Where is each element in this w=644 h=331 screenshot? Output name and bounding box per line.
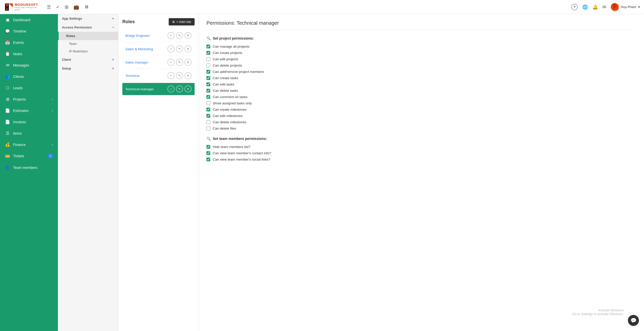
perm-hide-team-list[interactable]: Hide team members list? xyxy=(206,144,636,150)
sidebar-item-projects[interactable]: ⊞ Projects › xyxy=(0,94,58,105)
sidebar-item-notes[interactable]: 📋 Notes xyxy=(0,48,58,59)
checkbox-create-projects[interactable] xyxy=(206,51,210,55)
access-permission-header[interactable]: Access Permission − xyxy=(58,23,118,32)
role-check-btn-sales-marketing[interactable]: ✓ xyxy=(167,45,174,52)
checkbox-delete-tasks[interactable] xyxy=(206,89,210,93)
sidebar-item-dashboard[interactable]: ▣ Dashboard xyxy=(0,14,58,25)
nav-check-icon[interactable]: ✓ xyxy=(56,4,60,10)
checkbox-add-remove-members[interactable] xyxy=(206,70,210,74)
sec-label-roles: Roles xyxy=(66,34,75,38)
sidebar-label-events: Events xyxy=(13,41,53,45)
mail-icon[interactable]: ✉ xyxy=(602,4,606,10)
sidebar-item-clients[interactable]: 👥 Clients xyxy=(0,71,58,82)
role-edit-btn-sales-manager[interactable]: ✎ xyxy=(176,59,183,66)
sidebar-item-estimates[interactable]: 📄 Estimates › xyxy=(0,105,58,116)
role-edit-btn-sales-marketing[interactable]: ✎ xyxy=(176,45,183,52)
perm-label-add-remove-members: Can add/remove project members xyxy=(213,70,264,74)
role-delete-btn-technical[interactable]: ✕ xyxy=(185,72,192,79)
nav-list-icon[interactable]: ☰ xyxy=(47,4,51,10)
checkbox-view-contact-info[interactable] xyxy=(206,151,210,155)
role-delete-btn-sales-manager[interactable]: ✕ xyxy=(185,59,192,66)
perm-label-delete-files: Can delete files xyxy=(213,127,236,130)
role-edit-btn-technical[interactable]: ✎ xyxy=(176,72,183,79)
sidebar: ▣ Dashboard 💬 Timeline 📅 Events 📋 Notes … xyxy=(0,14,58,331)
perm-comment-tasks[interactable]: Can comment on tasks xyxy=(206,94,636,100)
bell-icon[interactable]: 🔔 xyxy=(592,4,598,10)
perm-create-tasks[interactable]: Can create tasks xyxy=(206,75,636,81)
perm-edit-tasks[interactable]: Can edit tasks xyxy=(206,81,636,87)
role-delete-btn-technical-manager[interactable]: ✕ xyxy=(185,85,192,93)
checkbox-hide-team-list[interactable] xyxy=(206,145,210,149)
sidebar-item-messages[interactable]: ✉ Messages xyxy=(0,59,58,71)
user-menu[interactable]: Huy Pham ▾ xyxy=(611,3,640,11)
nav-monitor-icon[interactable]: 🖥 xyxy=(84,4,89,10)
perm-delete-milestones[interactable]: Can delete milestones xyxy=(206,119,636,125)
role-item-technical[interactable]: Technical ✓ ✎ ✕ xyxy=(122,70,195,82)
sidebar-item-events[interactable]: 📅 Events xyxy=(0,37,58,48)
sidebar-item-invoices[interactable]: 📄 Invoices xyxy=(0,116,58,128)
checkbox-delete-milestones[interactable] xyxy=(206,120,210,124)
perm-view-contact-info[interactable]: Can view team member's contact info? xyxy=(206,150,636,156)
checkbox-delete-projects[interactable] xyxy=(206,64,210,67)
checkbox-comment-tasks[interactable] xyxy=(206,95,210,99)
role-item-sales-manager[interactable]: Sales manager ✓ ✎ ✕ xyxy=(122,56,195,69)
globe-icon[interactable]: 🌐 xyxy=(582,4,588,10)
checkbox-manage-all-projects[interactable] xyxy=(206,45,210,48)
svg-marker-3 xyxy=(9,3,13,7)
sidebar-item-timeline[interactable]: 💬 Timeline xyxy=(0,25,58,37)
setup-plus-icon: + xyxy=(112,67,114,70)
nav-briefcase-icon[interactable]: 💼 xyxy=(74,4,79,10)
role-check-btn-bridge-engineer[interactable]: ✓ xyxy=(167,32,174,39)
role-check-btn-technical-manager[interactable]: ✓ xyxy=(167,85,174,93)
checkbox-create-tasks[interactable] xyxy=(206,76,210,80)
perm-assigned-tasks-only[interactable]: Show assigned tasks only xyxy=(206,100,636,106)
sidebar-item-team-members[interactable]: 👤 Team members xyxy=(0,162,58,173)
sidebar-label-items: Items xyxy=(13,131,53,135)
perm-create-milestones[interactable]: Can create milestones xyxy=(206,106,636,113)
role-item-sales-marketing[interactable]: Sales & Marketing ✓ ✎ ✕ xyxy=(122,43,195,55)
add-icon[interactable]: + xyxy=(571,4,578,10)
perm-edit-milestones[interactable]: Can edit milestones xyxy=(206,113,636,119)
sidebar-item-tickets[interactable]: 🎫 Tickets 2 xyxy=(0,150,58,162)
checkbox-edit-projects[interactable] xyxy=(206,57,210,61)
role-check-btn-sales-manager[interactable]: ✓ xyxy=(167,59,174,66)
add-role-button[interactable]: ⊕ + Add role xyxy=(169,18,195,25)
checkbox-edit-milestones[interactable] xyxy=(206,114,210,118)
app-settings-header[interactable]: App Settings + xyxy=(58,14,118,23)
projects-arrow-icon: › xyxy=(52,98,53,101)
perm-add-remove-members[interactable]: Can add/remove project members xyxy=(206,69,636,75)
timeline-icon: 💬 xyxy=(5,29,10,34)
perm-create-projects[interactable]: Can create projects xyxy=(206,50,636,56)
perm-edit-projects[interactable]: Can edit projects xyxy=(206,56,636,62)
sec-item-roles[interactable]: Roles xyxy=(58,32,118,40)
nav-grid-icon[interactable]: ⊞ xyxy=(65,4,68,10)
navbar: MODUNSOFT Doing right, striving to do be… xyxy=(0,0,644,14)
role-delete-btn-sales-marketing[interactable]: ✕ xyxy=(185,45,192,52)
role-delete-btn-bridge-engineer[interactable]: ✕ xyxy=(185,32,192,39)
sec-item-team[interactable]: Team xyxy=(58,40,118,48)
perm-delete-projects[interactable]: Can delete projects xyxy=(206,62,636,69)
perm-view-social-links[interactable]: Can view team member's social links? xyxy=(206,156,636,163)
sidebar-item-finance[interactable]: 💰 Finance › xyxy=(0,139,58,150)
role-edit-btn-bridge-engineer[interactable]: ✎ xyxy=(176,32,183,39)
role-item-technical-manager[interactable]: Technical manager ✓ ✎ ✕ xyxy=(122,83,195,95)
chat-bubble-button[interactable]: 💬 xyxy=(628,315,639,326)
sidebar-item-items[interactable]: ☰ Items xyxy=(0,128,58,139)
checkbox-delete-files[interactable] xyxy=(206,127,210,130)
perm-delete-tasks[interactable]: Can delete tasks xyxy=(206,87,636,94)
checkbox-assigned-tasks-only[interactable] xyxy=(206,101,210,105)
sec-item-ip-restriction[interactable]: IP Restriction xyxy=(58,48,118,55)
perm-delete-files[interactable]: Can delete files xyxy=(206,125,636,132)
logo[interactable]: MODUNSOFT Doing right, striving to do be… xyxy=(4,2,42,12)
perm-manage-all-projects[interactable]: Can manage all projects xyxy=(206,43,636,50)
checkbox-view-social-links[interactable] xyxy=(206,158,210,161)
role-edit-btn-technical-manager[interactable]: ✎ xyxy=(176,85,183,93)
checkbox-edit-tasks[interactable] xyxy=(206,82,210,86)
checkbox-create-milestones[interactable] xyxy=(206,108,210,111)
role-item-bridge-engineer[interactable]: Bridge Engineer ✓ ✎ ✕ xyxy=(122,29,195,42)
setup-header[interactable]: Setup + xyxy=(58,64,118,73)
team-permissions-title: 🔍 Set team members permissions: xyxy=(206,137,636,141)
sidebar-item-leads[interactable]: ⬡ Leads xyxy=(0,82,58,94)
client-header[interactable]: Client + xyxy=(58,55,118,64)
role-check-btn-technical[interactable]: ✓ xyxy=(167,72,174,79)
